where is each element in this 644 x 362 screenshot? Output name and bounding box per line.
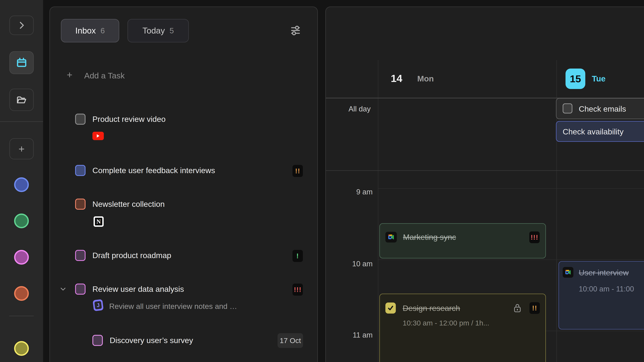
priority-badge: !! — [292, 165, 303, 177]
filter-sliders-icon[interactable] — [290, 24, 302, 36]
add-workspace-button[interactable]: + — [10, 138, 34, 159]
google-meet-icon — [386, 232, 397, 243]
tab-inbox-count: 6 — [100, 26, 105, 35]
task-checkbox[interactable] — [75, 165, 86, 176]
priority-badge: !! — [530, 302, 540, 314]
task-checkbox[interactable] — [75, 284, 86, 295]
day-column-divider — [378, 60, 378, 362]
allday-event-check-availability[interactable]: Check availability — [556, 121, 644, 142]
event-design-research[interactable]: Design research !! 10:30 am - 12:00 pm /… — [379, 294, 546, 362]
hour-label: 11 am — [338, 331, 373, 339]
chevron-right-icon — [16, 20, 27, 30]
sidebar-expand-button[interactable] — [10, 15, 34, 35]
task-title[interactable]: Newsletter collection — [92, 199, 165, 209]
workspace-dot-orange[interactable] — [14, 286, 29, 301]
event-title: Check availability — [563, 127, 624, 136]
task-title[interactable]: Product review video — [92, 114, 166, 124]
subtask-checkbox[interactable] — [92, 335, 103, 346]
journal-icon: J — [92, 299, 104, 311]
due-date-badge: 17 Oct — [278, 333, 303, 348]
workspace-dot-yellow[interactable] — [14, 341, 29, 356]
subtask-title[interactable]: Discovery user’s survey — [110, 336, 193, 345]
allday-label: All day — [336, 105, 371, 113]
priority-badge: !!! — [529, 231, 540, 243]
day-name[interactable]: Mon — [417, 74, 434, 83]
calendar-icon — [16, 57, 27, 68]
event-user-interview[interactable]: User interview 10:00 am - 11:00 — [558, 261, 644, 330]
hour-label: 10 am — [338, 260, 373, 268]
task-title[interactable]: Complete user feedback interviews — [92, 166, 215, 175]
day-number[interactable]: 14 — [391, 72, 402, 84]
task-title[interactable]: Review user data analysis — [92, 284, 184, 294]
tab-today-label: Today — [142, 26, 165, 35]
event-time: 10:30 am - 12:00 pm / 1h... — [403, 319, 489, 327]
workspace-dot-blue[interactable] — [14, 177, 29, 192]
event-checkbox[interactable] — [563, 103, 572, 113]
day-name-today[interactable]: Tue — [592, 74, 606, 83]
sidebar-item-calendar[interactable] — [10, 51, 34, 74]
plus-icon: + — [67, 69, 72, 80]
sidebar: + — [0, 0, 43, 362]
event-title: Marketing sync — [403, 232, 456, 242]
tab-today[interactable]: Today 5 — [128, 19, 189, 42]
sidebar-divider-bottom — [9, 316, 34, 316]
app-root: + Inbox 6 Today 5 + Add a Task Product r… — [0, 0, 644, 362]
youtube-icon — [92, 132, 104, 140]
task-checkbox[interactable] — [75, 114, 86, 125]
tab-inbox-label: Inbox — [75, 26, 96, 35]
add-task-row[interactable]: + Add a Task — [67, 70, 251, 83]
folder-icon — [16, 95, 27, 105]
google-meet-icon — [563, 267, 574, 278]
event-title: Check emails — [579, 104, 626, 113]
task-checkbox[interactable] — [75, 250, 86, 261]
priority-badge: !!! — [292, 284, 303, 296]
workspace-dot-purple[interactable] — [14, 250, 29, 265]
add-task-label: Add a Task — [84, 71, 125, 80]
task-checkbox[interactable] — [75, 199, 86, 210]
tab-inbox[interactable]: Inbox 6 — [61, 19, 119, 42]
workspace-dot-green[interactable] — [14, 214, 29, 228]
hour-gridline — [378, 259, 644, 260]
hour-label: 9 am — [338, 188, 373, 196]
hour-gridline — [378, 188, 644, 189]
event-time: 10:00 am - 11:00 — [579, 285, 634, 293]
task-subtitle: Review all user interview notes and … — [109, 302, 237, 311]
sidebar-item-folders[interactable] — [10, 89, 34, 111]
sidebar-divider — [0, 121, 43, 122]
task-title[interactable]: Draft product roadmap — [92, 251, 171, 260]
notion-icon: N — [94, 216, 104, 227]
event-title: User interview — [579, 268, 629, 277]
priority-badge: ! — [292, 250, 303, 262]
chevron-down-icon[interactable] — [59, 285, 67, 293]
day-number-today-badge[interactable]: 15 — [566, 68, 585, 89]
event-checkbox-checked[interactable] — [386, 303, 396, 314]
event-title: Design research — [403, 304, 460, 313]
lock-icon — [513, 303, 522, 313]
tab-today-count: 5 — [170, 26, 174, 35]
event-marketing-sync[interactable]: Marketing sync !!! — [379, 223, 546, 258]
plus-icon: + — [18, 144, 24, 154]
allday-event-check-emails[interactable]: Check emails — [556, 98, 644, 119]
allday-divider — [326, 170, 644, 171]
